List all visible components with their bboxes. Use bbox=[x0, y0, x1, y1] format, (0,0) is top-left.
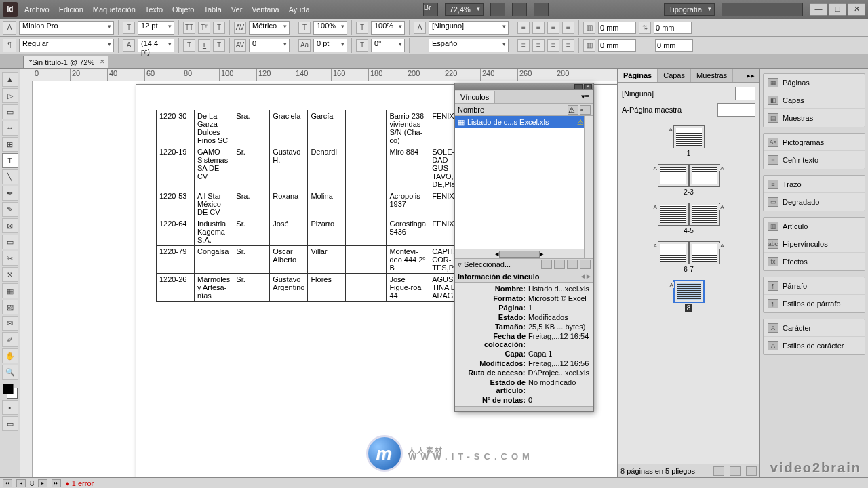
table-row[interactable]: 1220-53All Star México DE CVSra.RoxanaMo… bbox=[157, 190, 471, 218]
align-justify-icon[interactable]: ≡ bbox=[562, 22, 574, 34]
table-cell[interactable]: Mármoles y Artesa-nías bbox=[195, 274, 233, 302]
panel-shortcut-capas[interactable]: ◧Capas bbox=[764, 92, 865, 109]
menu-tabla[interactable]: Tabla bbox=[203, 5, 221, 14]
align-justify-all-icon[interactable]: ≡ bbox=[562, 39, 574, 52]
baseline-input[interactable]: 0 pt bbox=[313, 39, 347, 52]
table-cell[interactable] bbox=[346, 190, 387, 218]
links-list[interactable]: ▦ Listado de c...s Excel.xls ⚠ 1 ◂▸ bbox=[455, 116, 593, 258]
vertical-justify-icon[interactable]: ▥ bbox=[583, 39, 595, 52]
table-cell[interactable]: Congalsa bbox=[195, 246, 233, 274]
panel-shortcut-carácter[interactable]: ACarácter bbox=[764, 319, 865, 337]
table-cell[interactable]: Roxana bbox=[270, 190, 308, 218]
close-tab-icon[interactable]: ✕ bbox=[100, 58, 105, 65]
table-cell[interactable]: Gustavo Argentino bbox=[270, 274, 308, 302]
table-cell[interactable]: 1220-30 bbox=[157, 110, 195, 146]
align-justify-center-icon[interactable]: ≡ bbox=[532, 39, 545, 52]
align-center-icon[interactable]: ≡ bbox=[532, 22, 545, 34]
panel-shortcut-estilos-de-carácter[interactable]: AEstilos de carácter bbox=[764, 337, 865, 354]
page-thumbnail[interactable]: A bbox=[689, 164, 720, 187]
links-panel-titlebar[interactable]: — ✕ bbox=[455, 83, 593, 90]
table-cell[interactable]: Sr. bbox=[233, 246, 270, 274]
skew-input[interactable]: 0° bbox=[371, 39, 405, 52]
table-cell[interactable]: GAMO Sistemas SA DE CV bbox=[195, 146, 233, 190]
underline-icon[interactable]: T̲ bbox=[198, 39, 210, 52]
table-cell[interactable]: Acropolis 1937 bbox=[387, 190, 429, 218]
eyedropper-tool-icon[interactable]: ✐ bbox=[2, 332, 18, 347]
master-none-thumb[interactable] bbox=[735, 87, 755, 100]
leading-dropdown[interactable]: (14,4 pt) bbox=[138, 39, 174, 52]
data-table[interactable]: 1220-30De La Garza - Dulces Finos SCSra.… bbox=[156, 110, 471, 302]
panel-shortcut-páginas[interactable]: ▦Páginas bbox=[764, 74, 865, 92]
strikethrough-icon[interactable]: T bbox=[213, 39, 225, 52]
table-cell[interactable]: Industria Kagema S.A. bbox=[195, 218, 233, 246]
selection-tool-icon[interactable]: ▲ bbox=[2, 72, 18, 87]
menu-texto[interactable]: Texto bbox=[145, 5, 163, 14]
table-cell[interactable]: Oscar Alberto bbox=[270, 246, 308, 274]
page-thumbnail[interactable]: A bbox=[689, 241, 720, 264]
view-options-icon[interactable] bbox=[490, 3, 505, 16]
kerning-dropdown[interactable]: Métrico bbox=[249, 21, 290, 35]
links-panel-minimize-icon[interactable]: — bbox=[574, 84, 583, 89]
panel-collapse-icon[interactable]: ▸▸ bbox=[743, 69, 760, 82]
page-tool-icon[interactable]: ▭ bbox=[2, 104, 18, 119]
link-info-prev-icon[interactable]: ◂ bbox=[581, 272, 585, 281]
links-column-name[interactable]: Nombre bbox=[458, 106, 484, 114]
links-vscrollbar[interactable] bbox=[584, 116, 593, 258]
table-cell[interactable]: 1220-53 bbox=[157, 190, 195, 218]
arrange-docs-icon[interactable] bbox=[534, 3, 549, 16]
language-dropdown[interactable]: Español bbox=[429, 39, 509, 52]
links-panel-menu-icon[interactable]: ▾≡ bbox=[577, 92, 593, 101]
pen-tool-icon[interactable]: ✒ bbox=[2, 186, 18, 201]
pages-list[interactable]: A1AA2-3AA4-5AA6-7A8 bbox=[618, 121, 760, 464]
menu-edicion[interactable]: Edición bbox=[59, 5, 83, 14]
table-cell[interactable]: 1220-19 bbox=[157, 146, 195, 190]
gap-tool-icon[interactable]: ↔ bbox=[2, 121, 18, 136]
screen-mode-icon[interactable] bbox=[512, 3, 527, 16]
table-cell[interactable]: García bbox=[308, 110, 346, 146]
gradient-feather-tool-icon[interactable]: ▨ bbox=[2, 300, 18, 314]
align-left-icon[interactable]: ≡ bbox=[517, 22, 530, 34]
page-thumbnail[interactable]: A bbox=[658, 164, 689, 187]
page-spread[interactable]: AA4-5 bbox=[622, 203, 755, 235]
columns-icon[interactable]: ▥ bbox=[583, 22, 595, 34]
table-cell[interactable]: 1220-79 bbox=[157, 246, 195, 274]
pencil-tool-icon[interactable]: ✎ bbox=[2, 202, 18, 217]
table-cell[interactable]: Graciela bbox=[270, 110, 308, 146]
preflight-errors[interactable]: 1 error bbox=[65, 479, 94, 487]
rectangle-frame-tool-icon[interactable]: ⊠ bbox=[2, 218, 18, 233]
table-row[interactable]: 1220-30De La Garza - Dulces Finos SCSra.… bbox=[157, 110, 471, 146]
page-thumbnail[interactable]: A bbox=[673, 280, 705, 303]
inset-right-input[interactable] bbox=[655, 39, 693, 52]
font-style-dropdown[interactable]: Regular bbox=[19, 39, 114, 52]
superscript-icon[interactable]: T bbox=[213, 22, 225, 34]
screen-mode-tool-icon[interactable]: ▭ bbox=[2, 416, 18, 431]
table-cell[interactable]: Villar bbox=[308, 246, 346, 274]
bridge-icon[interactable]: Br bbox=[423, 3, 438, 16]
direct-selection-tool-icon[interactable]: ▷ bbox=[2, 88, 18, 103]
table-row[interactable]: 1220-26Mármoles y Artesa-níasSr.Gustavo … bbox=[157, 274, 471, 302]
table-cell[interactable]: Pizarro bbox=[308, 218, 346, 246]
delete-page-icon[interactable] bbox=[746, 466, 757, 476]
links-panel-close-icon[interactable]: ✕ bbox=[584, 84, 592, 89]
master-none-label[interactable]: [Ninguna] bbox=[622, 89, 654, 98]
character-formatting-icon[interactable]: A bbox=[3, 21, 16, 35]
inset-top-input[interactable] bbox=[598, 22, 636, 34]
links-hscrollbar[interactable]: ◂▸ bbox=[455, 249, 584, 258]
first-spread-button[interactable]: ⏮ bbox=[3, 479, 12, 487]
inset-bottom-input[interactable] bbox=[598, 39, 636, 52]
table-row[interactable]: 1220-19GAMO Sistemas SA DE CVSr.Gustavo … bbox=[157, 146, 471, 190]
vscale-dropdown[interactable]: 100% bbox=[313, 21, 347, 35]
rectangle-tool-icon[interactable]: ▭ bbox=[2, 235, 18, 249]
table-cell[interactable]: De La Garza - Dulces Finos SC bbox=[195, 110, 233, 146]
links-tab[interactable]: Vínculos bbox=[455, 91, 495, 103]
inset-left-input[interactable] bbox=[654, 22, 692, 34]
tracking-dropdown[interactable]: 0 bbox=[249, 39, 290, 52]
minimize-button[interactable]: — bbox=[810, 3, 827, 16]
links-page-col-icon[interactable]: ▫ bbox=[580, 105, 591, 115]
help-search-input[interactable] bbox=[722, 3, 803, 16]
table-cell[interactable]: Sra. bbox=[233, 190, 270, 218]
menu-ayuda[interactable]: Ayuda bbox=[289, 5, 310, 14]
zoom-tool-icon[interactable]: 🔍 bbox=[2, 365, 18, 380]
table-cell[interactable]: Denardi bbox=[308, 146, 346, 190]
panel-shortcut-artículo[interactable]: ▥Artículo bbox=[764, 218, 865, 235]
